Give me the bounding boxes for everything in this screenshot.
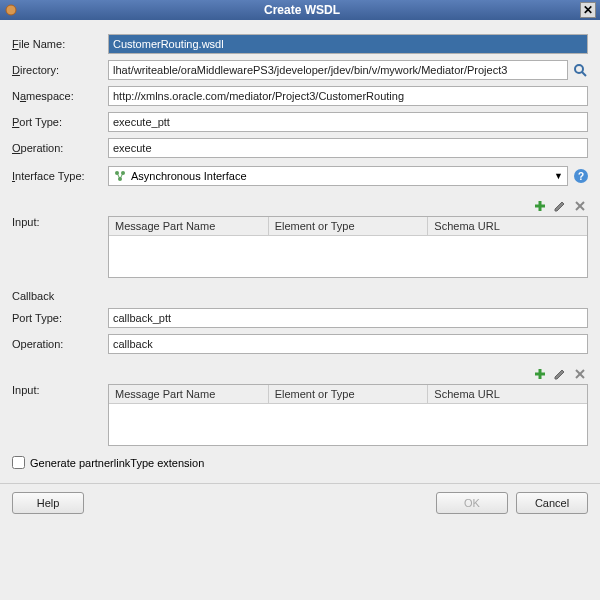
directory-label: Directory:: [12, 64, 108, 76]
callback-operation-input[interactable]: [108, 334, 588, 354]
interface-type-icon: [113, 169, 127, 183]
callback-operation-label: Operation:: [12, 338, 108, 350]
interface-type-dropdown[interactable]: Asynchronous Interface ▼: [108, 166, 568, 186]
callback-port-type-label: Port Type:: [12, 312, 108, 324]
col-schema-url: Schema URL: [428, 217, 587, 235]
edit-icon[interactable]: [552, 366, 568, 382]
dialog-content: File Name: Directory: Namespace: Port Ty…: [0, 20, 600, 477]
delete-icon[interactable]: [572, 366, 588, 382]
input-toolbar: [12, 196, 588, 216]
port-type-label: Port Type:: [12, 116, 108, 128]
directory-input[interactable]: [108, 60, 568, 80]
namespace-input[interactable]: [108, 86, 588, 106]
file-name-label: File Name:: [12, 38, 108, 50]
partnerlink-checkbox-label: Generate partnerlinkType extension: [30, 457, 204, 469]
help-button[interactable]: Help: [12, 492, 84, 514]
callback-input-table[interactable]: Message Part Name Element or Type Schema…: [108, 384, 588, 446]
table-header: Message Part Name Element or Type Schema…: [109, 217, 587, 236]
input-label: Input:: [12, 216, 108, 228]
browse-directory-icon[interactable]: [572, 62, 588, 78]
svg-point-1: [575, 65, 583, 73]
operation-input[interactable]: [108, 138, 588, 158]
callback-port-type-input[interactable]: [108, 308, 588, 328]
dialog-title: Create WSDL: [24, 3, 580, 17]
file-name-input[interactable]: [108, 34, 588, 54]
svg-line-2: [582, 72, 586, 76]
delete-icon[interactable]: [572, 198, 588, 214]
namespace-label: Namespace:: [12, 90, 108, 102]
dialog-titlebar: Create WSDL ✕: [0, 0, 600, 20]
app-icon: [4, 3, 18, 17]
chevron-down-icon: ▼: [554, 171, 563, 181]
table-body[interactable]: [109, 404, 587, 444]
interface-type-label: Interface Type:: [12, 170, 108, 182]
col-element-type: Element or Type: [269, 385, 429, 403]
interface-type-value: Asynchronous Interface: [131, 170, 247, 182]
partnerlink-checkbox[interactable]: [12, 456, 25, 469]
table-header: Message Part Name Element or Type Schema…: [109, 385, 587, 404]
add-icon[interactable]: [532, 366, 548, 382]
close-icon[interactable]: ✕: [580, 2, 596, 18]
col-schema-url: Schema URL: [428, 385, 587, 403]
help-icon[interactable]: ?: [574, 169, 588, 183]
callback-input-label: Input:: [12, 384, 108, 396]
table-body[interactable]: [109, 236, 587, 276]
partnerlink-checkbox-row: Generate partnerlinkType extension: [12, 456, 588, 469]
edit-icon[interactable]: [552, 198, 568, 214]
col-message-part: Message Part Name: [109, 385, 269, 403]
svg-point-0: [6, 5, 16, 15]
button-bar: Help OK Cancel: [0, 483, 600, 522]
callback-section-label: Callback: [12, 290, 588, 302]
input-table[interactable]: Message Part Name Element or Type Schema…: [108, 216, 588, 278]
cancel-button[interactable]: Cancel: [516, 492, 588, 514]
ok-button[interactable]: OK: [436, 492, 508, 514]
col-element-type: Element or Type: [269, 217, 429, 235]
port-type-input[interactable]: [108, 112, 588, 132]
col-message-part: Message Part Name: [109, 217, 269, 235]
add-icon[interactable]: [532, 198, 548, 214]
operation-label: Operation:: [12, 142, 108, 154]
callback-input-toolbar: [12, 364, 588, 384]
